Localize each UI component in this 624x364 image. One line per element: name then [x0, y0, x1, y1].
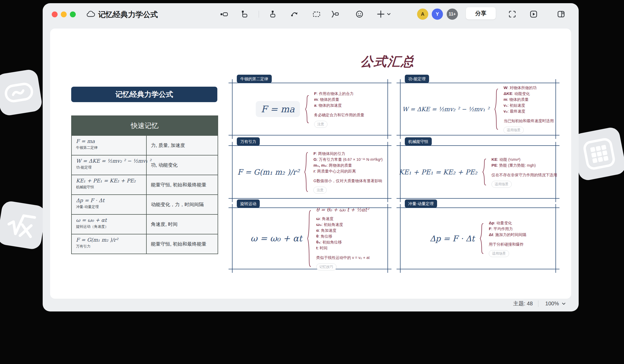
avatar[interactable]: Y	[431, 8, 443, 20]
card-tab-label[interactable]: 旋转运动	[237, 199, 260, 208]
brace-icon	[494, 89, 499, 130]
annotation-definition: m₁, m₂: 两物体的质量	[313, 162, 382, 168]
card-formula: ω = ω₀ + αt	[250, 233, 302, 243]
card-tab-label[interactable]: 机械能守恒	[405, 137, 432, 146]
slideshow-icon	[530, 10, 538, 18]
formula-card[interactable]: 冲量-动量定理Δp = F · Δt Δp: 动量变化F: 平均作用力Δt: 施…	[400, 207, 556, 269]
card-body: KE₁ + PE₁ = KE₂ + PE₂ KE: 动能 (½mv²)PE: 势…	[401, 146, 555, 198]
side-panel-icon	[557, 10, 565, 18]
brace-icon	[307, 210, 311, 267]
add-topic-button[interactable]	[219, 9, 229, 19]
relationship-icon	[291, 10, 299, 18]
add-subtopic-icon	[240, 10, 248, 18]
annotation-formula: θ = θ₀ + ω₀ t + ½αt²	[316, 207, 370, 213]
formula-card[interactable]: 旋转运动ω = ω₀ + αt θ = θ₀ + ω₀ t + ½αt²ω: 角…	[232, 207, 388, 269]
fullscreen-button[interactable]	[507, 9, 518, 19]
avatar-overflow-count[interactable]: 11+	[446, 8, 458, 20]
emoji-button[interactable]	[354, 9, 365, 19]
add-parent-topic-button[interactable]	[268, 9, 279, 19]
annotation-badge[interactable]: 适用场景	[503, 127, 524, 134]
card-border-line	[229, 198, 391, 199]
avatar[interactable]: A	[417, 8, 429, 20]
boundary-button[interactable]	[311, 9, 322, 19]
card-formula: KE₁ + PE₁ = KE₂ + PE₂	[399, 168, 477, 176]
relationship-button[interactable]	[289, 9, 300, 19]
formula-card[interactable]: 牛顿的第二定律F = ma F: 作用在物体上的合力m: 物体的质量a: 物体的…	[232, 83, 388, 135]
card-tab-label[interactable]: 功-能定理	[405, 75, 429, 83]
annotation-badge[interactable]: 注意	[313, 187, 327, 194]
decor-tile-wave	[0, 69, 43, 117]
annotation-definition: ω: 角速度	[316, 216, 370, 222]
zoom-window-button[interactable]	[70, 11, 76, 17]
quick-memory-table[interactable]: 快速记忆 F = ma牛顿第二定律力, 质量, 加速度W = ΔKE = ½mv…	[71, 115, 218, 254]
decor-tile-grid	[571, 126, 624, 182]
formula-card[interactable]: 功-能定理W = ΔKE = ½mv₂ ² − ½mv₁ ² W: 对物体所做的…	[400, 83, 556, 135]
annotation-note: G数值很小，仅对大质量物体有显著影响	[313, 178, 382, 183]
card-border-line	[397, 198, 559, 199]
brace-icon	[304, 152, 309, 192]
minimize-window-button[interactable]	[61, 11, 67, 17]
table-formula: F = ma	[76, 138, 146, 144]
card-annotations: KE: 动能 (½mv²)PE: 势能 (重力势能: mgh)仅在不存在非保守力…	[491, 157, 557, 188]
topic-count: 主题: 48	[513, 300, 533, 307]
card-tab-label[interactable]: 万有引力	[237, 137, 260, 146]
card-body: W = ΔKE = ½mv₂ ² − ½mv₁ ² W: 对物体所做的功ΔKE:…	[401, 83, 555, 135]
sqrt-icon	[3, 208, 40, 242]
annotation-definition: PE: 势能 (重力势能: mgh)	[491, 162, 557, 168]
card-annotations: θ = θ₀ + ω₀ t + ½αt²ω: 角速度ω₀: 初始角速度α: 角加…	[316, 207, 370, 270]
annotation-note: 务必确定合力和它作用的质量	[314, 112, 365, 118]
table-cell-formula: ω = ω₀ + αt旋转运动（角速度）	[72, 215, 146, 234]
share-button[interactable]: 分享	[466, 7, 496, 19]
table-formula: ω = ω₀ + αt	[76, 217, 146, 223]
mindmap-canvas[interactable]: 公式汇总 记忆经典力学公式 快速记忆 F = ma牛顿第二定律力, 质量, 加速…	[50, 29, 571, 299]
insert-button[interactable]	[375, 9, 393, 19]
card-tab-label[interactable]: 牛顿的第二定律	[237, 75, 272, 83]
annotation-definition: α: 角加速度	[316, 227, 370, 233]
slideshow-button[interactable]	[528, 9, 539, 19]
cloud-icon	[86, 10, 95, 18]
add-subtopic-button[interactable]	[239, 9, 249, 19]
annotation-note: 用于分析碰撞和爆炸	[489, 242, 526, 247]
annotation-definition: Δt: 施加力的时间间隔	[489, 232, 526, 238]
document-title: 记忆经典力学公式	[98, 10, 158, 20]
annotation-badge[interactable]: 适用场景	[491, 181, 512, 188]
formula-card[interactable]: 万有引力F = G(m₁ m₂ )/r² F: 两物体间的引力G: 万有引力常量…	[232, 145, 388, 199]
side-panel-button[interactable]	[556, 9, 566, 19]
table-cell-desc: 角速度, 时间	[146, 215, 218, 234]
cloud-sync-button[interactable]	[86, 10, 95, 19]
card-body: ω = ω₀ + αt θ = θ₀ + ω₀ t + ½αt²ω: 角速度ω₀…	[233, 208, 387, 269]
close-window-button[interactable]	[52, 11, 58, 17]
formula-card[interactable]: 机械能守恒KE₁ + PE₁ = KE₂ + PE₂ KE: 动能 (½mv²)…	[400, 145, 556, 199]
table-formula: W = ΔKE = ½mv₂ ² − ½mv₁ ²	[76, 158, 146, 164]
annotation-badge[interactable]: 适用场景	[489, 250, 509, 257]
annotation-definition: F: 两物体间的引力	[313, 151, 382, 157]
card-border-line	[555, 204, 556, 273]
table-row[interactable]: ω = ω₀ + αt旋转运动（角速度）角速度, 时间	[72, 214, 218, 234]
table-row[interactable]: W = ΔKE = ½mv₂ ² − ½mv₁ ²功-能定理功, 动能变化	[72, 155, 218, 175]
annotation-definition: KE: 动能 (½mv²)	[491, 157, 557, 162]
card-border-line	[387, 79, 388, 139]
add-topic-icon	[220, 10, 228, 18]
root-topic-node[interactable]: 记忆经典力学公式	[71, 87, 217, 102]
summary-button[interactable]	[329, 9, 340, 19]
annotation-definition: Δp: 动量变化	[489, 220, 526, 226]
table-row[interactable]: F = ma牛顿第二定律力, 质量, 加速度	[72, 135, 218, 155]
annotation-definition: F: 作用在物体上的合力	[314, 91, 365, 97]
chevron-down-icon	[562, 302, 566, 306]
map-heading: 公式汇总	[347, 53, 428, 70]
annotation-definition: F: 平均作用力	[489, 226, 526, 232]
card-body: F = ma F: 作用在物体上的合力m: 物体的质量a: 物体的加速度务必确定…	[233, 83, 387, 135]
zoom-control[interactable]: 100%	[544, 300, 567, 307]
brace-icon	[479, 223, 484, 254]
table-cell-formula: Δp = F · Δt冲量-动量定理	[72, 195, 146, 214]
table-cell-desc: 能量守恒, 初始和最终能量	[146, 234, 218, 254]
grid-icon	[580, 134, 618, 173]
annotation-badge[interactable]: 记忆技巧	[316, 263, 337, 270]
card-tab-label[interactable]: 冲量-动量定理	[405, 199, 437, 208]
table-row[interactable]: F = G(m₁ m₂ )/r²万有引力能量守恒, 初始和最终能量	[72, 234, 218, 254]
annotation-badge[interactable]: 注意	[314, 121, 327, 128]
table-row[interactable]: KE₁ + PE₁ = KE₂ + PE₂机械能守恒能量守恒, 初始和最终能量	[72, 175, 218, 194]
table-row[interactable]: Δp = F · Δt冲量-动量定理动能变化，力，时间间隔	[72, 194, 218, 214]
app-window: 记忆经典力学公式	[43, 3, 579, 311]
annotation-definition: θ₀: 初始角位移	[316, 239, 370, 245]
